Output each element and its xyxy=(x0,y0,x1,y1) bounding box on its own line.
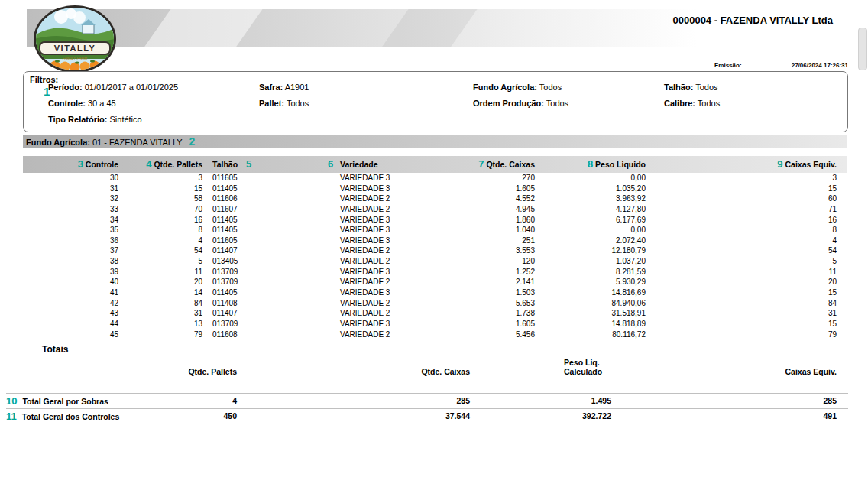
column-header-controle: 3 Controle xyxy=(23,156,118,173)
table-cell: 30 xyxy=(23,173,118,184)
table-cell: 4 xyxy=(646,236,848,246)
table-cell: 011407 xyxy=(202,308,340,319)
column-label: Caixas Equiv. xyxy=(785,160,837,169)
filter-value: Todos xyxy=(698,99,720,108)
table-cell: 58 xyxy=(118,193,202,204)
table-cell: 5.456 xyxy=(439,330,535,340)
table-row: 4114011405VARIEDADE 31.50314.816,6915 xyxy=(23,287,847,298)
table-cell: VARIEDADE 3 xyxy=(340,267,439,278)
filter-periodo: Período: 01/01/2017 a 01/01/2025 xyxy=(48,83,178,92)
annotation-7: 7 xyxy=(478,158,484,170)
totals-value: 37.544 xyxy=(237,409,470,424)
table-cell: 36 xyxy=(23,236,118,246)
filter-talhao: Talhão: Todos xyxy=(664,83,718,92)
table-cell: 011405 xyxy=(202,225,340,236)
table-cell: 39 xyxy=(23,267,118,278)
table-cell: 0,00 xyxy=(535,225,646,236)
filter-value: Todos xyxy=(695,83,717,92)
table-cell: 011607 xyxy=(202,204,340,215)
table-cell: 11 xyxy=(646,267,848,278)
totals-row-label: Total Geral dos Controles xyxy=(22,412,120,421)
table-cell: 1.605 xyxy=(439,184,535,194)
table-cell: 4.127,80 xyxy=(535,204,646,215)
filter-label: Pallet: xyxy=(259,99,284,108)
filter-value: Todos xyxy=(287,99,309,108)
logo-subtext: FAMILY FARM xyxy=(63,56,88,60)
table-cell: 20 xyxy=(118,277,202,287)
emission-value: 27/06/2024 17:26:31 xyxy=(792,62,848,69)
table-cell: 270 xyxy=(439,173,535,184)
table-cell: 2.141 xyxy=(439,277,535,287)
filter-value: Todos xyxy=(546,99,568,108)
table-cell: 16 xyxy=(118,215,202,226)
column-label: Qtde. Pallets xyxy=(154,160,202,169)
filter-value: 30 a 45 xyxy=(88,99,116,108)
table-cell: 2.072,40 xyxy=(535,236,646,246)
section-bar: Fundo Agrícola: 01 - FAZENDA VITALLY 2 xyxy=(23,135,847,148)
table-cell: 013709 xyxy=(202,267,340,278)
filter-label: Tipo Relatório: xyxy=(48,115,107,124)
table-cell: 31 xyxy=(646,308,848,319)
table-cell: 44 xyxy=(23,319,118,330)
totals-title: Totais xyxy=(42,344,68,355)
table-cell: VARIEDADE 2 xyxy=(340,330,439,340)
table-cell: VARIEDADE 3 xyxy=(340,215,439,226)
table-cell: 15 xyxy=(646,184,848,194)
filter-safra: Safra: A1901 xyxy=(259,83,309,92)
filter-value: Sintético xyxy=(109,115,141,124)
column-label: Talhão xyxy=(212,160,238,169)
totals-value: 285 xyxy=(237,394,470,409)
totals-value: 491 xyxy=(611,409,848,424)
table-header: 3 Controle 4 Qtde. Pallets Talhão 5 6 Va… xyxy=(23,156,847,173)
table-cell: 4.552 xyxy=(439,193,535,204)
table-row: 3115011405VARIEDADE 31.6051.035,2015 xyxy=(23,184,847,194)
totals-value: 392.722 xyxy=(470,409,611,424)
table-cell: 79 xyxy=(118,330,202,340)
table-cell: 84 xyxy=(646,298,848,309)
table-cell: 1.040 xyxy=(439,225,535,236)
table-cell: VARIEDADE 2 xyxy=(340,204,439,215)
emission-info: Emissão: 27/06/2024 17:26:31 xyxy=(714,60,848,69)
totals-rows: 10 Total Geral por Sobras 4 285 1.495 28… xyxy=(6,393,848,424)
report-page: VITALLY FAMILY FARM 0000004 - FAZENDA VI… xyxy=(0,0,868,497)
table-cell: 8 xyxy=(646,225,848,236)
totals-row-controles: 11 Total Geral dos Controles 450 37.544 … xyxy=(6,408,848,424)
logo: VITALLY FAMILY FARM xyxy=(32,4,118,74)
filter-label: Calibre: xyxy=(664,99,695,108)
annotation-3: 3 xyxy=(78,158,83,170)
table-cell: 31.518,91 xyxy=(535,308,646,319)
annotation-6: 6 xyxy=(328,156,333,173)
table-cell: 11 xyxy=(118,267,202,278)
totals-row-sobras: 10 Total Geral por Sobras 4 285 1.495 28… xyxy=(6,393,848,408)
table-cell: 84.940,06 xyxy=(535,298,646,309)
table-cell: 011407 xyxy=(202,245,340,256)
filter-label: Fundo Agrícola: xyxy=(473,83,537,92)
table-cell: 1.035,20 xyxy=(535,184,646,194)
table-body: 303011605VARIEDADE 32700,0033115011405VA… xyxy=(23,173,847,339)
filter-label: Safra: xyxy=(259,83,283,92)
table-row: 3911013709VARIEDADE 31.2528.281,5911 xyxy=(23,267,847,278)
totals-value: 450 xyxy=(183,409,237,424)
column-header-peso-liquido: 8 Peso Liquido xyxy=(535,156,646,173)
column-label: Qtde. Caixas xyxy=(486,160,535,169)
table-cell: 1.738 xyxy=(439,308,535,319)
table-cell: 42 xyxy=(23,298,118,309)
table-cell: VARIEDADE 2 xyxy=(340,245,439,256)
table-cell: 3.553 xyxy=(439,245,535,256)
table-row: 3258011606VARIEDADE 24.5523.963,9260 xyxy=(23,193,847,204)
scrollbar[interactable] xyxy=(858,28,867,70)
table-cell: 40 xyxy=(23,277,118,287)
table-cell: 5.653 xyxy=(439,298,535,309)
table-row: 4579011608VARIEDADE 25.45680.116,7279 xyxy=(23,330,847,340)
table-cell: VARIEDADE 3 xyxy=(340,236,439,246)
totals-row-label: Total Geral por Sobras xyxy=(22,397,108,406)
table-cell: 011606 xyxy=(202,193,340,204)
emission-label: Emissão: xyxy=(714,62,742,69)
table-cell: 251 xyxy=(439,236,535,246)
company-title: 0000004 - FAZENDA VITALLY Ltda xyxy=(672,15,833,26)
table-cell: 54 xyxy=(118,245,202,256)
table-cell: 15 xyxy=(646,287,848,298)
farm-logo-icon: VITALLY FAMILY FARM xyxy=(32,4,118,74)
column-header-variedade: 6 Variedade xyxy=(340,156,439,173)
annotation-9: 9 xyxy=(777,158,782,170)
